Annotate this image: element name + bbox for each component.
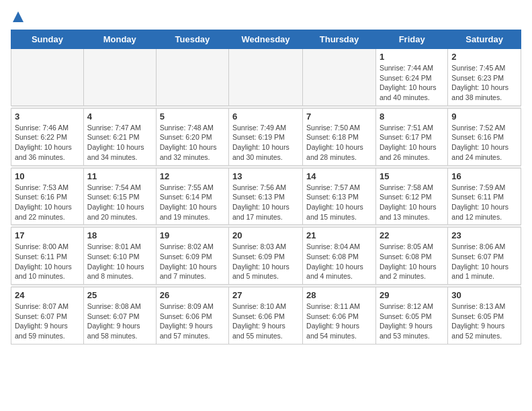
weekday-header: Thursday (303, 30, 376, 49)
calendar-week-row: 10Sunrise: 7:53 AMSunset: 6:16 PMDayligh… (11, 168, 521, 225)
day-info: Sunrise: 8:11 AMSunset: 6:06 PMDaylight:… (306, 302, 372, 341)
day-number: 21 (306, 230, 372, 240)
day-info: Sunrise: 7:55 AMSunset: 6:14 PMDaylight:… (160, 183, 225, 222)
weekday-header: Saturday (448, 30, 521, 49)
day-info: Sunrise: 7:56 AMSunset: 6:13 PMDaylight:… (232, 183, 299, 222)
calendar-week-row: 3Sunrise: 7:46 AMSunset: 6:22 PMDaylight… (11, 108, 521, 165)
day-info: Sunrise: 7:50 AMSunset: 6:18 PMDaylight:… (306, 123, 372, 163)
calendar-day-cell: 16Sunrise: 7:59 AMSunset: 6:11 PMDayligh… (448, 168, 521, 225)
day-number: 15 (380, 171, 444, 181)
calendar-day-cell: 29Sunrise: 8:12 AMSunset: 6:05 PMDayligh… (375, 287, 447, 345)
calendar-day-cell (229, 49, 303, 106)
day-info: Sunrise: 7:58 AMSunset: 6:12 PMDaylight:… (380, 183, 444, 222)
day-number: 5 (160, 111, 225, 122)
calendar-day-cell: 30Sunrise: 8:13 AMSunset: 6:05 PMDayligh… (448, 287, 521, 345)
calendar-day-cell: 24Sunrise: 8:07 AMSunset: 6:07 PMDayligh… (11, 287, 84, 345)
calendar-day-cell: 19Sunrise: 8:02 AMSunset: 6:09 PMDayligh… (156, 228, 228, 285)
calendar-day-cell: 28Sunrise: 8:11 AMSunset: 6:06 PMDayligh… (303, 287, 376, 345)
logo (11, 13, 24, 23)
calendar-day-cell: 11Sunrise: 7:54 AMSunset: 6:15 PMDayligh… (83, 168, 156, 225)
day-number: 29 (380, 290, 444, 300)
calendar-day-cell: 14Sunrise: 7:57 AMSunset: 6:13 PMDayligh… (303, 168, 376, 225)
calendar-day-cell: 12Sunrise: 7:55 AMSunset: 6:14 PMDayligh… (156, 168, 228, 225)
day-number: 22 (380, 230, 444, 240)
day-info: Sunrise: 7:49 AMSunset: 6:19 PMDaylight:… (232, 123, 299, 163)
day-number: 14 (306, 171, 372, 181)
weekday-header: Friday (375, 30, 447, 49)
day-info: Sunrise: 7:54 AMSunset: 6:15 PMDaylight:… (87, 183, 152, 222)
calendar-week-row: 1Sunrise: 7:44 AMSunset: 6:24 PMDaylight… (11, 49, 521, 106)
day-number: 16 (451, 171, 517, 181)
day-number: 18 (87, 230, 152, 240)
day-info: Sunrise: 8:09 AMSunset: 6:06 PMDaylight:… (160, 302, 225, 341)
day-info: Sunrise: 7:45 AMSunset: 6:23 PMDaylight:… (451, 63, 517, 103)
calendar-day-cell: 25Sunrise: 8:08 AMSunset: 6:07 PMDayligh… (83, 287, 156, 345)
day-number: 28 (306, 290, 372, 300)
header (11, 11, 521, 23)
calendar-day-cell: 26Sunrise: 8:09 AMSunset: 6:06 PMDayligh… (156, 287, 228, 345)
day-number: 13 (232, 171, 299, 181)
day-info: Sunrise: 8:13 AMSunset: 6:05 PMDaylight:… (451, 302, 517, 341)
weekday-header: Monday (83, 30, 156, 49)
day-number: 1 (380, 52, 444, 62)
weekday-header: Wednesday (229, 30, 303, 49)
day-info: Sunrise: 7:59 AMSunset: 6:11 PMDaylight:… (451, 183, 517, 222)
day-number: 25 (87, 290, 152, 300)
day-info: Sunrise: 7:57 AMSunset: 6:13 PMDaylight:… (306, 183, 372, 222)
day-info: Sunrise: 8:07 AMSunset: 6:07 PMDaylight:… (15, 302, 80, 341)
calendar-day-cell (156, 49, 228, 106)
calendar-day-cell (303, 49, 376, 106)
calendar-day-cell: 27Sunrise: 8:10 AMSunset: 6:06 PMDayligh… (229, 287, 303, 345)
day-number: 23 (451, 230, 517, 240)
calendar-day-cell: 6Sunrise: 7:49 AMSunset: 6:19 PMDaylight… (229, 108, 303, 165)
calendar-day-cell: 22Sunrise: 8:05 AMSunset: 6:08 PMDayligh… (375, 228, 447, 285)
day-number: 3 (15, 111, 80, 122)
day-info: Sunrise: 7:51 AMSunset: 6:17 PMDaylight:… (380, 123, 444, 163)
calendar-day-cell: 3Sunrise: 7:46 AMSunset: 6:22 PMDaylight… (11, 108, 84, 165)
day-info: Sunrise: 8:02 AMSunset: 6:09 PMDaylight:… (160, 242, 225, 281)
day-info: Sunrise: 7:52 AMSunset: 6:16 PMDaylight:… (451, 123, 517, 163)
day-number: 30 (451, 290, 517, 300)
calendar-day-cell (11, 49, 84, 106)
day-info: Sunrise: 7:46 AMSunset: 6:22 PMDaylight:… (15, 123, 80, 163)
day-info: Sunrise: 8:08 AMSunset: 6:07 PMDaylight:… (87, 302, 152, 341)
day-number: 2 (451, 52, 517, 62)
day-number: 20 (232, 230, 299, 240)
day-info: Sunrise: 7:44 AMSunset: 6:24 PMDaylight:… (380, 63, 444, 103)
day-number: 27 (232, 290, 299, 300)
weekday-header: Sunday (11, 30, 84, 49)
calendar: SundayMondayTuesdayWednesdayThursdayFrid… (11, 30, 521, 345)
calendar-week-row: 24Sunrise: 8:07 AMSunset: 6:07 PMDayligh… (11, 287, 521, 345)
calendar-day-cell: 5Sunrise: 7:48 AMSunset: 6:20 PMDaylight… (156, 108, 228, 165)
svg-marker-0 (13, 11, 24, 22)
day-info: Sunrise: 8:01 AMSunset: 6:10 PMDaylight:… (87, 242, 152, 281)
calendar-day-cell: 2Sunrise: 7:45 AMSunset: 6:23 PMDaylight… (448, 49, 521, 106)
calendar-week-row: 17Sunrise: 8:00 AMSunset: 6:11 PMDayligh… (11, 228, 521, 285)
calendar-day-cell: 4Sunrise: 7:47 AMSunset: 6:21 PMDaylight… (83, 108, 156, 165)
logo-arrow-icon (12, 11, 24, 23)
day-info: Sunrise: 7:53 AMSunset: 6:16 PMDaylight:… (15, 183, 80, 222)
weekday-header: Tuesday (156, 30, 228, 49)
calendar-day-cell: 18Sunrise: 8:01 AMSunset: 6:10 PMDayligh… (83, 228, 156, 285)
day-number: 8 (380, 111, 444, 122)
day-info: Sunrise: 8:00 AMSunset: 6:11 PMDaylight:… (15, 242, 80, 281)
calendar-day-cell: 1Sunrise: 7:44 AMSunset: 6:24 PMDaylight… (375, 49, 447, 106)
day-number: 9 (451, 111, 517, 122)
day-number: 24 (15, 290, 80, 300)
calendar-day-cell: 23Sunrise: 8:06 AMSunset: 6:07 PMDayligh… (448, 228, 521, 285)
day-info: Sunrise: 8:05 AMSunset: 6:08 PMDaylight:… (380, 242, 444, 281)
calendar-day-cell: 20Sunrise: 8:03 AMSunset: 6:09 PMDayligh… (229, 228, 303, 285)
calendar-day-cell (83, 49, 156, 106)
day-number: 12 (160, 171, 225, 181)
day-number: 10 (15, 171, 80, 181)
calendar-header-row: SundayMondayTuesdayWednesdayThursdayFrid… (11, 30, 521, 49)
day-info: Sunrise: 8:12 AMSunset: 6:05 PMDaylight:… (380, 302, 444, 341)
day-number: 17 (15, 230, 80, 240)
day-number: 26 (160, 290, 225, 300)
day-number: 19 (160, 230, 225, 240)
day-info: Sunrise: 8:03 AMSunset: 6:09 PMDaylight:… (232, 242, 299, 281)
day-number: 6 (232, 111, 299, 122)
day-number: 7 (306, 111, 372, 122)
day-info: Sunrise: 7:48 AMSunset: 6:20 PMDaylight:… (160, 123, 225, 163)
calendar-day-cell: 13Sunrise: 7:56 AMSunset: 6:13 PMDayligh… (229, 168, 303, 225)
